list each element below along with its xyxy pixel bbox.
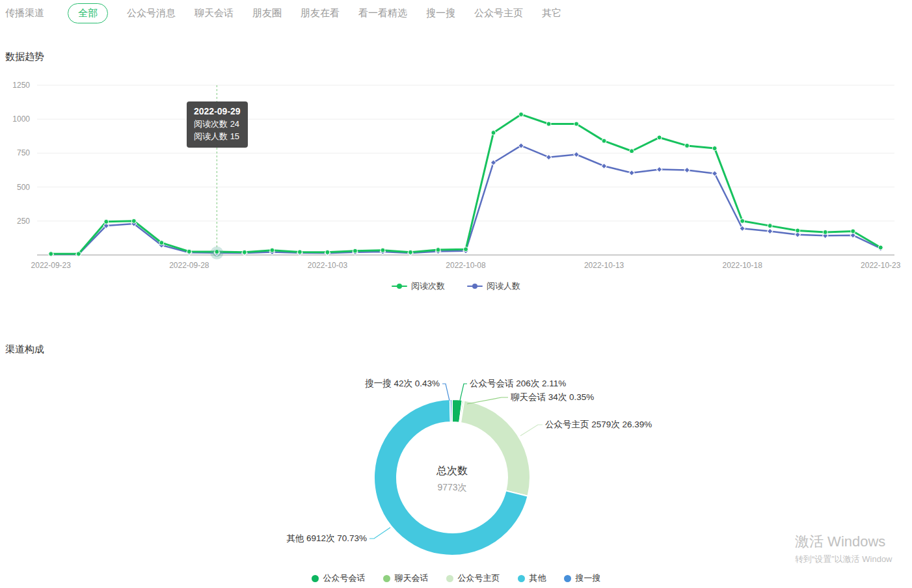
point-read-count[interactable] xyxy=(657,135,662,140)
nav-tab-7[interactable]: 公众号主页 xyxy=(474,7,523,20)
trend-legend: 阅读次数阅读人数 xyxy=(0,280,912,292)
page: 传播渠道 全部公众号消息聊天会话朋友圈朋友在看看一看精选搜一搜公众号主页其它 数… xyxy=(0,0,912,588)
x-tick-label: 2022-09-23 xyxy=(31,261,72,270)
pie-callout-line-0 xyxy=(460,384,467,401)
pie-callout-line-4 xyxy=(442,384,449,401)
point-read-count[interactable] xyxy=(602,139,606,143)
point-read-users[interactable] xyxy=(546,154,551,159)
point-read-count[interactable] xyxy=(574,122,579,126)
nav-tab-6[interactable]: 搜一搜 xyxy=(426,7,455,20)
nav-tab-8[interactable]: 其它 xyxy=(542,7,561,20)
point-read-count[interactable] xyxy=(546,122,551,126)
channel-section-title: 渠道构成 xyxy=(5,343,44,356)
point-read-count[interactable] xyxy=(630,149,634,154)
point-read-count[interactable] xyxy=(131,219,136,223)
point-read-users[interactable] xyxy=(629,170,634,175)
point-read-count[interactable] xyxy=(436,248,440,252)
point-read-count[interactable] xyxy=(796,228,800,233)
pie-callout-line-3 xyxy=(369,528,390,539)
x-tick-label: 2022-10-23 xyxy=(861,261,901,270)
pie-callout-label-3: 其他 6912次 70.73% xyxy=(286,533,367,543)
point-read-count[interactable] xyxy=(712,146,717,151)
channel-nav: 传播渠道 全部公众号消息聊天会话朋友圈朋友在看看一看精选搜一搜公众号主页其它 xyxy=(0,0,912,26)
point-read-count[interactable] xyxy=(353,248,357,253)
line-read-users[interactable] xyxy=(51,146,880,254)
nav-tab-2[interactable]: 聊天会话 xyxy=(194,7,234,20)
point-read-count[interactable] xyxy=(215,249,219,254)
point-read-count[interactable] xyxy=(49,252,53,256)
x-tick-label: 2022-10-08 xyxy=(446,261,486,270)
pie-legend-item-1[interactable]: 聊天会话 xyxy=(383,572,429,584)
point-read-count[interactable] xyxy=(76,252,81,256)
channel-pie-svg: 公众号会话 206次 2.11%聊天会话 34次 0.35%公众号主页 2579… xyxy=(0,363,912,566)
x-tick-label: 2022-10-03 xyxy=(308,261,348,270)
legend-dot-icon xyxy=(518,575,525,582)
point-read-count[interactable] xyxy=(187,249,191,254)
pie-callout-label-1: 聊天会话 34次 0.35% xyxy=(511,392,594,402)
point-read-count[interactable] xyxy=(740,219,745,223)
nav-tab-0[interactable]: 全部 xyxy=(68,3,108,23)
pie-callout-line-2 xyxy=(520,425,543,436)
pie-legend-item-3[interactable]: 其他 xyxy=(518,572,546,584)
nav-tab-4[interactable]: 朋友在看 xyxy=(301,7,340,20)
point-read-users[interactable] xyxy=(684,167,690,172)
point-read-users[interactable] xyxy=(574,152,579,157)
y-tick-label: 750 xyxy=(17,148,30,157)
y-tick-label: 250 xyxy=(17,217,30,226)
point-read-count[interactable] xyxy=(823,230,827,234)
pie-legend-item-0[interactable]: 公众号会话 xyxy=(312,572,366,584)
legend-line-dot-icon xyxy=(467,284,483,289)
point-read-count[interactable] xyxy=(464,247,468,252)
point-read-count[interactable] xyxy=(491,131,496,135)
pie-callout-label-2: 公众号主页 2579次 26.39% xyxy=(545,420,652,429)
trend-legend-item-0[interactable]: 阅读次数 xyxy=(392,280,445,292)
point-read-users[interactable] xyxy=(712,170,717,176)
point-read-users[interactable] xyxy=(767,228,772,234)
tooltip-row-read-users: 阅读人数 15 xyxy=(194,131,241,143)
pie-slice-4[interactable] xyxy=(450,399,452,422)
point-read-count[interactable] xyxy=(685,143,690,148)
point-read-count[interactable] xyxy=(519,112,524,116)
point-read-count[interactable] xyxy=(325,250,330,254)
legend-dot-icon xyxy=(383,575,390,582)
point-read-count[interactable] xyxy=(270,248,275,252)
watermark-line2: 转到“设置”以激活 Window xyxy=(795,554,892,565)
point-read-count[interactable] xyxy=(381,248,385,252)
pie-center-label: 总次数 xyxy=(436,465,468,476)
point-read-users[interactable] xyxy=(740,226,745,231)
watermark-line1: 激活 Windows xyxy=(795,533,892,550)
legend-line-dot-icon xyxy=(392,284,407,289)
point-read-count[interactable] xyxy=(104,219,109,224)
x-tick-label: 2022-09-28 xyxy=(169,261,209,270)
pie-callout-label-4: 搜一搜 42次 0.43% xyxy=(364,379,440,388)
legend-dot-icon xyxy=(312,575,319,582)
point-read-count[interactable] xyxy=(242,250,247,254)
pie-legend-item-4[interactable]: 搜一搜 xyxy=(564,572,601,584)
trend-legend-item-1[interactable]: 阅读人数 xyxy=(467,280,520,292)
point-read-count[interactable] xyxy=(297,250,302,254)
trend-section-title: 数据趋势 xyxy=(5,51,44,63)
legend-dot-icon xyxy=(446,575,453,582)
y-tick-label: 1000 xyxy=(12,114,30,124)
pie-legend-item-2[interactable]: 公众号主页 xyxy=(446,572,500,584)
pie-slice-2[interactable] xyxy=(461,400,530,496)
y-tick-label: 500 xyxy=(17,183,30,192)
point-read-count[interactable] xyxy=(878,245,883,250)
legend-dot-icon xyxy=(564,575,571,582)
point-read-count[interactable] xyxy=(851,229,855,234)
x-tick-label: 2022-10-18 xyxy=(722,261,762,270)
pie-center-value: 9773次 xyxy=(437,482,466,492)
line-read-count[interactable] xyxy=(51,114,880,254)
pie-callout-line-1 xyxy=(467,397,508,404)
nav-tab-3[interactable]: 朋友圈 xyxy=(252,7,282,20)
point-read-users[interactable] xyxy=(656,167,662,172)
nav-tab-5[interactable]: 看一看精选 xyxy=(358,7,407,20)
y-tick-label: 1250 xyxy=(12,81,30,90)
point-read-users[interactable] xyxy=(601,163,606,168)
nav-tab-1[interactable]: 公众号消息 xyxy=(127,7,176,20)
point-read-count[interactable] xyxy=(408,250,412,254)
point-read-count[interactable] xyxy=(159,241,164,245)
point-read-count[interactable] xyxy=(768,224,772,228)
tooltip-row-read-count: 阅读次数 24 xyxy=(194,118,241,131)
chart-tooltip: 2022-09-29 阅读次数 24 阅读人数 15 xyxy=(187,101,248,148)
